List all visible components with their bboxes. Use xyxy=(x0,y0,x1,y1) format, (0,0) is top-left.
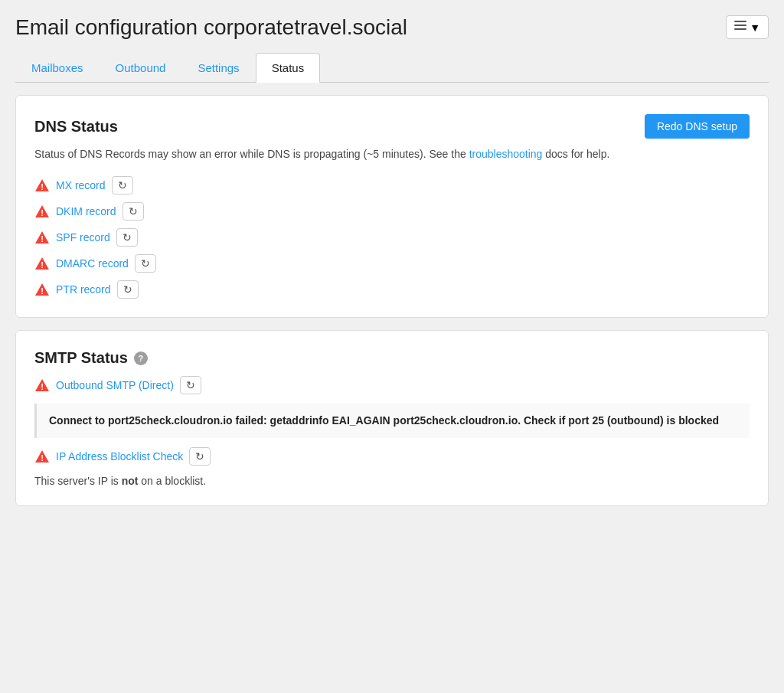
dns-record-list: ! MX record ↻ ! DKIM record ↻ xyxy=(34,176,750,299)
outbound-smtp-refresh-button[interactable]: ↻ xyxy=(180,376,201,394)
tab-settings[interactable]: Settings xyxy=(181,53,255,83)
ptr-refresh-button[interactable]: ↻ xyxy=(117,280,139,299)
blocklist-check-item: ! IP Address Blocklist Check ↻ xyxy=(34,447,750,466)
menu-icon xyxy=(734,21,746,34)
smtp-error-message: Connect to port25check.cloudron.io faile… xyxy=(34,404,750,438)
dkim-record-label[interactable]: DKIM record xyxy=(56,205,116,217)
blocklist-refresh-button[interactable]: ↻ xyxy=(189,447,211,466)
dns-status-card: DNS Status Redo DNS setup Status of DNS … xyxy=(15,95,769,318)
ptr-record-item: ! PTR record ↻ xyxy=(34,280,750,299)
page-header: Email configuration corporatetravel.soci… xyxy=(15,15,769,40)
mx-warning-icon: ! xyxy=(34,178,50,193)
ptr-warning-icon: ! xyxy=(34,282,50,297)
dns-card-header: DNS Status Redo DNS setup xyxy=(34,114,750,139)
dmarc-record-item: ! DMARC record ↻ xyxy=(34,254,750,273)
svg-text:!: ! xyxy=(41,286,44,296)
dmarc-warning-icon: ! xyxy=(34,256,50,271)
outbound-smtp-warning-icon: ! xyxy=(34,378,50,393)
svg-text:!: ! xyxy=(41,208,44,217)
svg-text:!: ! xyxy=(41,260,44,270)
dkim-warning-icon: ! xyxy=(34,204,50,219)
dns-description: Status of DNS Records may show an error … xyxy=(34,146,750,162)
svg-text:!: ! xyxy=(41,234,44,244)
smtp-status-title: SMTP Status xyxy=(34,349,128,367)
ptr-record-label[interactable]: PTR record xyxy=(56,283,111,296)
tab-outbound[interactable]: Outbound xyxy=(100,53,182,83)
tab-status[interactable]: Status xyxy=(256,53,321,83)
blocklist-result-text: This server's IP is not on a blocklist. xyxy=(34,475,750,487)
mx-record-label[interactable]: MX record xyxy=(56,179,106,191)
blocklist-warning-icon: ! xyxy=(34,449,50,464)
mx-refresh-button[interactable]: ↻ xyxy=(112,176,133,194)
spf-record-label[interactable]: SPF record xyxy=(56,231,110,244)
dkim-record-item: ! DKIM record ↻ xyxy=(34,202,750,221)
smtp-status-card: SMTP Status ? ! Outbound SMTP (Direct) ↻… xyxy=(15,330,769,506)
svg-text:!: ! xyxy=(41,382,44,391)
tab-bar: Mailboxes Outbound Settings Status xyxy=(15,52,769,83)
menu-dropdown-arrow: ▼ xyxy=(750,21,760,34)
header-menu-button[interactable]: ▼ xyxy=(726,15,769,39)
dmarc-refresh-button[interactable]: ↻ xyxy=(135,254,156,273)
blocklist-check-label[interactable]: IP Address Blocklist Check xyxy=(56,450,183,463)
smtp-title-row: SMTP Status ? xyxy=(34,349,750,367)
page-title: Email configuration corporatetravel.soci… xyxy=(15,15,407,40)
troubleshooting-link[interactable]: troubleshooting xyxy=(469,148,543,160)
spf-record-item: ! SPF record ↻ xyxy=(34,228,750,247)
outbound-smtp-label[interactable]: Outbound SMTP (Direct) xyxy=(56,379,174,391)
dns-status-title: DNS Status xyxy=(34,118,118,136)
spf-warning-icon: ! xyxy=(34,230,50,245)
redo-dns-setup-button[interactable]: Redo DNS setup xyxy=(645,114,750,139)
svg-text:!: ! xyxy=(41,182,44,191)
spf-refresh-button[interactable]: ↻ xyxy=(116,228,138,247)
dmarc-record-label[interactable]: DMARC record xyxy=(56,257,129,270)
dkim-refresh-button[interactable]: ↻ xyxy=(122,202,144,221)
outbound-smtp-item: ! Outbound SMTP (Direct) ↻ xyxy=(34,376,750,394)
smtp-help-icon[interactable]: ? xyxy=(134,351,148,365)
tab-mailboxes[interactable]: Mailboxes xyxy=(15,53,100,83)
content-area: DNS Status Redo DNS setup Status of DNS … xyxy=(15,83,769,506)
svg-text:!: ! xyxy=(41,453,44,463)
mx-record-item: ! MX record ↻ xyxy=(34,176,750,194)
